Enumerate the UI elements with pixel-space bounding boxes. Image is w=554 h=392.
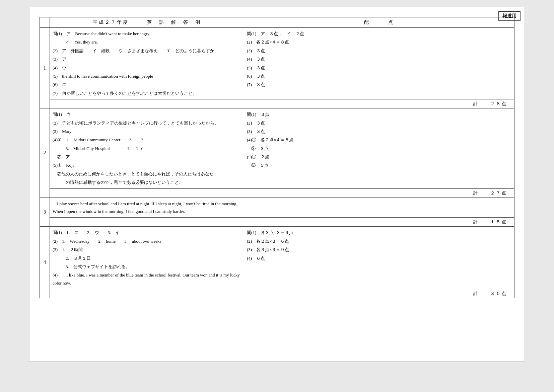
score-line: (3) ３点 — [247, 47, 511, 55]
answer-line: (4) ウ — [53, 64, 241, 72]
answer-line: 3. 公式ウェブサイトを訪れる。 — [53, 263, 241, 270]
answer-line: (3) ア — [53, 55, 241, 63]
answer-line: (4) I like blue. I was a member of the b… — [53, 271, 241, 287]
score-line: (7) ３点 — [247, 81, 511, 88]
answer-line: ②他の人のために何かをしたいとき，とても熱心にやれば，その人たちはあなた — [53, 170, 241, 178]
header-col1: 平成２７年度 英 語 解 答 例 — [50, 17, 244, 28]
answer-line: (4)① 1. Midori Community Center 2. 7 — [53, 136, 241, 144]
header-row: 平成２７年度 英 語 解 答 例 配 点 — [40, 17, 514, 28]
section-num-4: 4 — [40, 227, 50, 298]
score-line: (3) 各３点×３＝９点 — [247, 246, 511, 253]
section-row-4: 4問(1) 1. エ 2. ウ 3. イ(2) 1. Wednesday 2. … — [40, 227, 514, 289]
subtotal-label-2: 計 ２７点 — [244, 188, 514, 198]
answer-line: 問(1) ウ — [53, 110, 241, 118]
answer-line: 問(1) ア Because she didn't want to make h… — [53, 30, 241, 37]
score-line: 問(1) 各３点×３＝９点 — [247, 229, 511, 236]
score-line: (2) 各２点×４＝８点 — [247, 38, 511, 46]
score-cell-1: 問(1) ア ３点， イ ２点(2) 各２点×４＝８点(3) ３点(4) ３点(… — [244, 28, 514, 99]
score-line: (5) ３点 — [247, 64, 511, 72]
answer-line: (6) エ — [53, 81, 241, 88]
subtotal-answer-spacer-3 — [50, 218, 244, 227]
score-line: (3) ３点 — [247, 128, 511, 135]
score-cell-4: 問(1) 各３点×３＝９点(2) 各２点×３＝６点(3) 各３点×３＝９点(4)… — [244, 227, 514, 289]
score-line: ② ３点 — [247, 145, 511, 152]
answer-line: (2) 子どもの頃にボランティアの生徒とキャンプに行って，とても楽しかったから。 — [53, 119, 241, 127]
subtotal-label-1: 計 ２８点 — [244, 99, 514, 108]
score-line: (2) 各２点×３＝６点 — [247, 237, 511, 245]
score-line: ② ５点 — [247, 161, 511, 169]
score-cell-3 — [244, 198, 514, 218]
score-line: (4)① 各２点×４＝８点 — [247, 136, 511, 144]
answer-line: (3) Mary — [53, 128, 241, 135]
answer-line: (5) the skill to have communication with… — [53, 72, 241, 80]
score-line: (4) ６点 — [247, 254, 511, 262]
answer-line: (2) 1. Wednesday 2. home 3. about two we… — [53, 237, 241, 245]
subtotal-row-2: 計 ２７点 — [40, 188, 514, 198]
section-row-3: 3 I play soccer hard after school and I … — [40, 198, 514, 218]
answer-cell-1: 問(1) ア Because she didn't want to make h… — [50, 28, 244, 99]
section-num-1: 1 — [40, 28, 50, 108]
main-table: 平成２７年度 英 語 解 答 例 配 点 1問(1) ア Because she… — [40, 17, 514, 298]
subtotal-answer-spacer-2 — [50, 188, 244, 198]
section-num-2: 2 — [40, 108, 50, 198]
section-row-1: 1問(1) ア Because she didn't want to make … — [40, 28, 514, 99]
section-row-2: 2問(1) ウ(2) 子どもの頃にボランティアの生徒とキャンプに行って，とても楽… — [40, 108, 514, 189]
stamp-label: 報道用 — [498, 11, 521, 21]
score-line: 問(1) ３点 — [247, 110, 511, 118]
subtotal-answer-spacer-1 — [50, 99, 244, 108]
answer-cell-4: 問(1) 1. エ 2. ウ 3. イ(2) 1. Wednesday 2. h… — [50, 227, 244, 289]
answer-line: イ Yes, they are. — [53, 38, 241, 46]
subtotal-label-4: 計 ３０点 — [244, 289, 514, 298]
section-num-3: 3 — [40, 198, 50, 227]
answer-line: 2. ３月１日 — [53, 254, 241, 262]
score-line: (4) ３点 — [247, 55, 511, 63]
answer-line: の情熱に感動するので，完全である必要はないということ。 — [53, 178, 241, 186]
score-cell-2: 問(1) ３点(2) ３点(3) ３点(4)① 各２点×４＝８点 ② ３点(5)… — [244, 108, 514, 189]
answer-cell-3: I play soccer hard after school and I am… — [50, 198, 244, 218]
answer-line: ② ア — [53, 153, 241, 161]
page: 報道用 平成２７年度 英 語 解 答 例 配 点 1問(1) ア Because… — [29, 7, 525, 362]
score-line: (5)① ２点 — [247, 153, 511, 161]
answer-line: (2) ア 外国語 イ 経験 ウ さまざまな考え エ どのように暮らすか — [53, 47, 241, 55]
subtotal-label-3: 計 １５点 — [244, 218, 514, 227]
header-col2: 配 点 — [244, 17, 514, 28]
score-line: (6) ３点 — [247, 72, 511, 80]
score-line: 問(1) ア ３点， イ ２点 — [247, 30, 511, 37]
answer-line: (7) 何か新しいことをやって多くのことを学ぶことは大切だということ。 — [53, 89, 241, 97]
answer-line: (3) 1. ２時間 — [53, 246, 241, 253]
answer-line: I play soccer hard after school and I am… — [53, 200, 241, 216]
subtotal-answer-spacer-4 — [50, 289, 244, 298]
subtotal-row-1: 計 ２８点 — [40, 99, 514, 108]
score-line: (2) ３点 — [247, 119, 511, 127]
answer-line: (5)① Koji — [53, 161, 241, 169]
subtotal-row-3: 計 １５点 — [40, 218, 514, 227]
subtotal-row-4: 計 ３０点 — [40, 289, 514, 298]
answer-line: 3. Midori City Hospital 4. １７ — [53, 145, 241, 152]
answer-cell-2: 問(1) ウ(2) 子どもの頃にボランティアの生徒とキャンプに行って，とても楽し… — [50, 108, 244, 189]
answer-line: 問(1) 1. エ 2. ウ 3. イ — [53, 229, 241, 236]
